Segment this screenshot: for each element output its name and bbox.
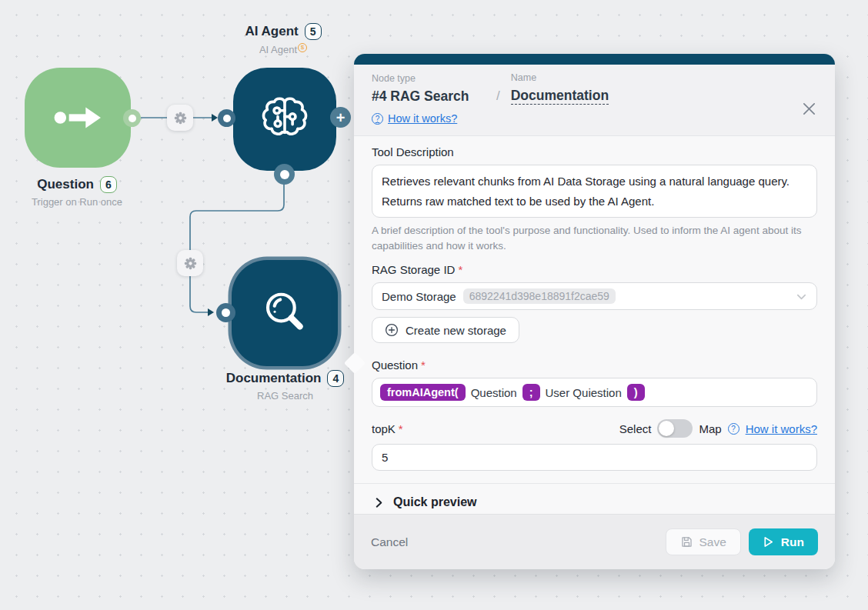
documentation-input-port[interactable]: [216, 303, 235, 322]
cancel-button[interactable]: Cancel: [371, 535, 408, 549]
expression-token-text[interactable]: Question: [471, 386, 517, 399]
chevron-down-icon: [796, 291, 807, 302]
quick-preview-toggle[interactable]: Quick preview: [372, 484, 817, 514]
rag-storage-select[interactable]: Demo Storage 6892241d398e18891f2cae59: [372, 282, 817, 310]
search-icon: [256, 285, 313, 342]
node-subtitle: Trigger on Run once: [0, 196, 154, 208]
port-dot: [129, 115, 136, 122]
edge-arrowhead: [212, 114, 218, 122]
expression-token-function[interactable]: fromAIAgent(: [380, 384, 466, 402]
how-it-works-link[interactable]: ? How it works?: [372, 112, 457, 125]
storage-id-badge: 6892241d398e18891f2cae59: [463, 288, 616, 304]
close-icon: [802, 102, 816, 116]
node-documentation-rag-search[interactable]: [232, 260, 338, 366]
name-label: Name: [511, 72, 609, 83]
save-button[interactable]: Save: [666, 528, 741, 555]
save-floppy-icon: [680, 535, 693, 548]
tool-description-textarea[interactable]: Retrieves relevant chunks from AI Data S…: [372, 165, 817, 218]
node-title: Question: [37, 177, 94, 192]
node-title: Documentation: [226, 371, 322, 386]
edge-settings-gear-button[interactable]: [177, 250, 203, 276]
tool-description-helper: A brief description of the tool's purpos…: [372, 223, 817, 253]
expression-token-text[interactable]: User Quiestion: [546, 386, 622, 399]
node-question-trigger[interactable]: [25, 68, 131, 168]
close-panel-button[interactable]: [800, 99, 818, 118]
node-number-badge: 6: [100, 176, 117, 193]
expression-token-close[interactable]: ): [627, 384, 645, 402]
gear-icon: [183, 256, 198, 271]
port-dot: [223, 115, 231, 122]
question-field-label: Question*: [372, 358, 817, 372]
select-map-toggle[interactable]: [657, 419, 693, 438]
trigger-run-icon: [52, 102, 103, 134]
panel-footer: Cancel Save Run: [354, 514, 835, 569]
add-next-node-button[interactable]: +: [330, 107, 351, 128]
node-number-badge: 5: [305, 23, 322, 40]
brain-circuit-icon: [257, 92, 312, 147]
map-mode-label: Map: [699, 422, 721, 435]
node-ai-agent[interactable]: [233, 68, 336, 171]
port-dot: [222, 308, 230, 317]
panel-header: Node type #4 RAG Search / Name Documenta…: [354, 65, 835, 136]
rag-storage-id-label: RAG Storage ID*: [372, 263, 817, 276]
node-subtitle: RAG Search: [199, 390, 372, 402]
required-asterisk: *: [458, 263, 462, 276]
node-subtitle: AI Agent$: [206, 43, 360, 55]
node-name-editable[interactable]: Documentation: [511, 87, 609, 105]
credits-cost-icon: $: [298, 43, 307, 52]
create-new-storage-button[interactable]: Create new storage: [372, 317, 519, 343]
select-mode-label: Select: [619, 422, 652, 435]
panel-accent-bar: [354, 54, 835, 65]
question-expression-input[interactable]: fromAIAgent( Question ; User Quiestion ): [372, 378, 817, 407]
topk-how-it-works-link[interactable]: How it works?: [746, 422, 817, 435]
panel-body: Tool Description Retrieves relevant chun…: [354, 136, 835, 514]
topk-input[interactable]: 5: [372, 444, 817, 471]
documentation-node-label: Documentation4 RAG Search: [199, 370, 372, 402]
port-dot: [280, 170, 289, 179]
plus-circle-icon: [385, 323, 399, 337]
agent-input-port[interactable]: [218, 109, 235, 127]
edge-arrowhead: [208, 308, 214, 316]
expression-token-separator[interactable]: ;: [522, 384, 540, 402]
node-type-label: Node type: [372, 73, 486, 84]
header-separator: /: [496, 88, 500, 105]
toggle-knob: [659, 421, 674, 436]
topk-label: topK*: [372, 422, 403, 435]
node-title: AI Agent: [245, 24, 298, 39]
question-circle-icon: ?: [728, 423, 739, 435]
chevron-right-icon: [373, 497, 385, 508]
play-icon: [763, 536, 774, 548]
question-circle-icon: ?: [372, 113, 383, 125]
required-asterisk: *: [399, 422, 403, 435]
node-config-panel: Node type #4 RAG Search / Name Documenta…: [354, 54, 835, 569]
question-node-label: Question6 Trigger on Run once: [0, 176, 154, 208]
node-number-badge: 4: [327, 370, 344, 387]
selected-storage-name: Demo Storage: [382, 290, 456, 303]
question-output-port[interactable]: [123, 109, 141, 127]
required-asterisk: *: [421, 358, 426, 372]
run-button[interactable]: Run: [749, 528, 818, 555]
edge-settings-gear-button[interactable]: [167, 105, 193, 131]
tool-description-label: Tool Description: [372, 145, 817, 158]
agent-node-label: AI Agent5 AI Agent$: [206, 23, 360, 55]
gear-icon: [173, 111, 188, 125]
node-type-value: #4 RAG Search: [372, 88, 486, 105]
agent-tools-port[interactable]: [274, 164, 295, 185]
